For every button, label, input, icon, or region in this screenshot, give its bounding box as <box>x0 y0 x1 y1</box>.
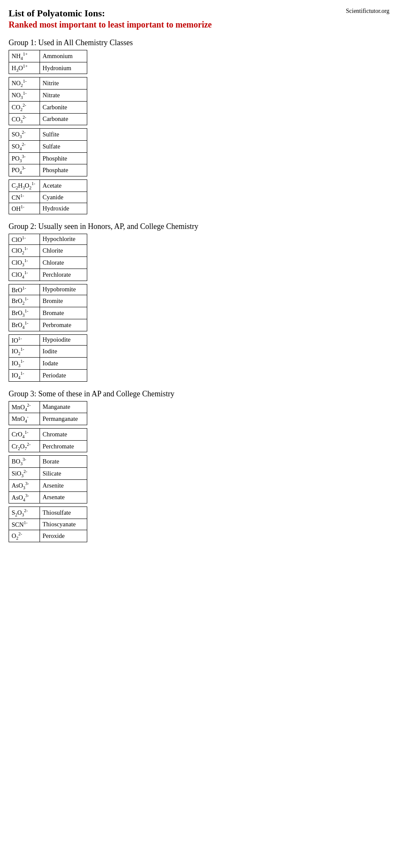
formula-cell: MnO42- <box>9 401 40 413</box>
formula-cell: OH1- <box>9 203 40 214</box>
name-cell: Thiosulfate <box>40 507 87 519</box>
name-cell: Iodate <box>40 358 87 370</box>
group2-title: Group 2: Usually seen in Honors, AP, and… <box>9 222 389 231</box>
name-cell: Arsenate <box>40 491 87 504</box>
formula-cell: IO41- <box>9 369 40 381</box>
name-cell: Cyanide <box>40 192 87 203</box>
name-cell: Sulfite <box>40 129 87 141</box>
formula-cell: Cr2O72- <box>9 440 40 452</box>
formula-cell: BrO21- <box>9 295 40 307</box>
group2-table: ClO1-HypochloriteClO21-ChloriteClO31-Chl… <box>9 234 87 382</box>
site-name: Scientifictutor.org <box>346 8 389 15</box>
group1-table: NH41+AmmoniumH3O1+HydroniumNO21-NitriteN… <box>9 50 87 214</box>
group3-title: Group 3: Some of these in AP and College… <box>9 389 389 398</box>
formula-cell: SO32- <box>9 129 40 141</box>
name-cell: Hypoiodite <box>40 334 87 346</box>
formula-cell: C2H3O21- <box>9 180 40 192</box>
formula-cell: AsO33- <box>9 479 40 491</box>
formula-cell: PO33- <box>9 152 40 164</box>
name-cell: Iodite <box>40 346 87 358</box>
name-cell: Hydronium <box>40 62 87 74</box>
formula-cell: NO31- <box>9 90 40 102</box>
name-cell: Hydroxide <box>40 203 87 214</box>
formula-cell: IO31- <box>9 358 40 370</box>
formula-cell: MnO4- <box>9 413 40 425</box>
name-cell: Sulfate <box>40 141 87 153</box>
name-cell: Carbonite <box>40 101 87 113</box>
name-cell: Silicate <box>40 468 87 480</box>
formula-cell: ClO41- <box>9 269 40 281</box>
name-cell: Chlorate <box>40 257 87 269</box>
formula-cell: CO32- <box>9 113 40 125</box>
name-cell: Permanganate <box>40 413 87 425</box>
page-title: List of Polyatomic Ions: <box>9 8 105 19</box>
group1-title: Group 1: Used in All Chemistry Classes <box>9 38 389 47</box>
name-cell: Perbromate <box>40 319 87 331</box>
page-subtitle: Ranked most important to least important… <box>9 20 389 30</box>
formula-cell: CO22- <box>9 101 40 113</box>
formula-cell: O22- <box>9 530 40 542</box>
name-cell: Manganate <box>40 401 87 413</box>
formula-cell: ClO1- <box>9 234 40 245</box>
formula-cell: BrO1- <box>9 284 40 295</box>
name-cell: Perchlorate <box>40 269 87 281</box>
formula-cell: NH41+ <box>9 50 40 62</box>
name-cell: Perchromate <box>40 440 87 452</box>
name-cell: Thioscyanate <box>40 519 87 530</box>
formula-cell: PO43- <box>9 164 40 176</box>
group3-table: MnO42-ManganateMnO4-PermanganateCrO41-Ch… <box>9 401 87 542</box>
formula-cell: H3O1+ <box>9 62 40 74</box>
name-cell: Phosphate <box>40 164 87 176</box>
name-cell: Bromite <box>40 295 87 307</box>
formula-cell: SO42- <box>9 141 40 153</box>
name-cell: Acetate <box>40 180 87 192</box>
name-cell: Hypobromite <box>40 284 87 295</box>
formula-cell: IO1- <box>9 334 40 346</box>
formula-cell: AsO43- <box>9 491 40 504</box>
formula-cell: CrO41- <box>9 428 40 440</box>
name-cell: Periodate <box>40 369 87 381</box>
formula-cell: ClO31- <box>9 257 40 269</box>
formula-cell: BO33- <box>9 456 40 468</box>
name-cell: Chromate <box>40 428 87 440</box>
name-cell: Nitrite <box>40 77 87 90</box>
formula-cell: CN1- <box>9 192 40 203</box>
name-cell: Ammonium <box>40 50 87 62</box>
name-cell: Carbonate <box>40 113 87 125</box>
formula-cell: NO21- <box>9 77 40 90</box>
formula-cell: ClO21- <box>9 245 40 257</box>
name-cell: Peroxide <box>40 530 87 542</box>
formula-cell: SCN1- <box>9 519 40 530</box>
name-cell: Hypochlorite <box>40 234 87 245</box>
name-cell: Nitrate <box>40 90 87 102</box>
name-cell: Borate <box>40 456 87 468</box>
formula-cell: SiO32- <box>9 468 40 480</box>
name-cell: Bromate <box>40 307 87 319</box>
page-header: List of Polyatomic Ions: Scientifictutor… <box>9 8 389 19</box>
formula-cell: S2O32- <box>9 507 40 519</box>
formula-cell: IO21- <box>9 346 40 358</box>
name-cell: Phosphite <box>40 152 87 164</box>
name-cell: Arsenite <box>40 479 87 491</box>
formula-cell: BrO41- <box>9 319 40 331</box>
formula-cell: BrO31- <box>9 307 40 319</box>
name-cell: Chlorite <box>40 245 87 257</box>
